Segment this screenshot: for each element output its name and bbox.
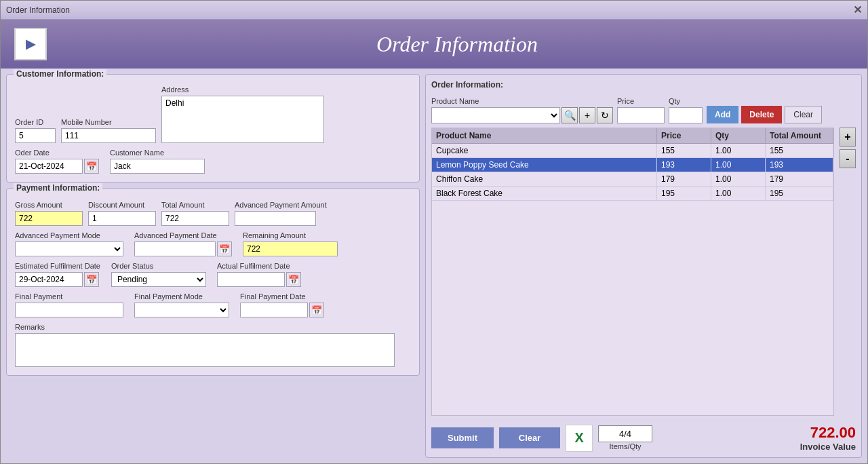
oder-date-cal-btn[interactable]: 📅	[84, 159, 99, 174]
excel-export-button[interactable]: X	[566, 425, 593, 452]
final-payment-group: Final Payment	[15, 292, 123, 317]
adv-mode-group: Advanced Payment Mode Cash Card UPI	[15, 231, 123, 256]
customer-row1: Order ID Mobile Number Address Delhi	[15, 85, 411, 143]
customer-name-label: Customer Name	[110, 149, 205, 157]
clear-top-button[interactable]: Clear	[785, 106, 822, 123]
order-status-select[interactable]: Pending Confirmed Delivered Cancelled	[111, 272, 206, 287]
gross-amount-input[interactable]	[15, 211, 83, 226]
gross-amount-label: Gross Amount	[15, 201, 83, 209]
order-id-input[interactable]	[15, 128, 56, 143]
total-amount-input[interactable]	[161, 211, 229, 226]
product-name-group: Product Name 🔍 + ↻	[431, 97, 613, 123]
excel-icon: X	[574, 430, 583, 446]
final-payment-input[interactable]	[15, 303, 123, 317]
actual-date-field: 📅	[217, 272, 301, 287]
final-date-cal-btn[interactable]: 📅	[309, 303, 324, 317]
invoice-label: Invoice Value	[800, 442, 856, 452]
adv-date-input[interactable]	[134, 241, 216, 256]
col-qty: Qty	[711, 128, 766, 143]
main-content: Customer Information: Order ID Mobile Nu…	[1, 69, 867, 463]
mobile-label: Mobile Number	[61, 118, 156, 126]
adv-mode-label: Advanced Payment Mode	[15, 231, 123, 239]
table-area: Product Name Price Qty Total Amount Cupc…	[431, 128, 856, 416]
mobile-input[interactable]	[61, 128, 156, 143]
actual-date-group: Actual Fulfilment Date 📅	[217, 262, 301, 287]
adv-payment-input[interactable]	[235, 211, 316, 226]
product-table: Product Name Price Qty Total Amount Cupc…	[431, 128, 834, 416]
discount-input[interactable]	[88, 211, 156, 226]
adv-date-cal-btn[interactable]: 📅	[217, 241, 232, 256]
actual-date-cal-btn[interactable]: 📅	[286, 272, 301, 287]
est-date-input[interactable]	[15, 272, 83, 287]
customer-row2: Oder Date 📅 Customer Name	[15, 149, 411, 174]
cell-name: Lemon Poppy Seed Cake	[432, 158, 657, 172]
oder-date-input[interactable]	[15, 159, 83, 174]
qty-group: Qty	[669, 97, 703, 123]
col-price: Price	[657, 128, 711, 143]
total-amount-group: Total Amount	[161, 201, 229, 226]
adv-date-group: Advanced Payment Date 📅	[134, 231, 232, 256]
title-bar: Order Information ✕	[1, 1, 867, 20]
order-id-label: Order ID	[15, 118, 56, 126]
main-window: Order Information ✕ ▶ Order Information …	[0, 0, 868, 464]
table-row[interactable]: Lemon Poppy Seed Cake 193 1.00 193	[432, 158, 833, 172]
qty-input[interactable]	[669, 107, 703, 123]
price-label: Price	[617, 97, 665, 105]
add-button[interactable]: Add	[707, 106, 738, 123]
actual-date-label: Actual Fulfilment Date	[217, 262, 301, 270]
submit-button[interactable]: Submit	[431, 427, 494, 448]
product-controls-row: Product Name 🔍 + ↻ Price Qty	[431, 96, 856, 123]
close-button[interactable]: ✕	[853, 3, 862, 16]
table-row[interactable]: Chiffon Cake 179 1.00 179	[432, 172, 833, 187]
cell-total: 155	[766, 144, 833, 157]
discount-group: Discount Amount	[88, 201, 156, 226]
window-title: Order Information	[6, 5, 853, 15]
product-name-label: Product Name	[431, 97, 613, 105]
cell-qty: 1.00	[711, 144, 766, 157]
cell-qty: 1.00	[711, 172, 766, 186]
refresh-icon-btn[interactable]: ↻	[597, 107, 613, 123]
final-mode-label: Final Payment Mode	[134, 292, 229, 301]
cell-name: Chiffon Cake	[432, 172, 657, 186]
cell-total: 179	[766, 172, 833, 186]
adv-date-label: Advanced Payment Date	[134, 231, 232, 239]
payment-row3: Estimated Fulfilment Date 📅 Order Status…	[15, 262, 411, 287]
right-panel: Order Information: Product Name 🔍 + ↻	[425, 74, 862, 458]
remarks-label: Remarks	[15, 323, 395, 331]
payment-section-label: Payment Information:	[14, 183, 102, 193]
address-input[interactable]: Delhi	[161, 96, 324, 143]
price-input[interactable]	[617, 107, 665, 123]
address-group: Address Delhi	[161, 85, 324, 143]
table-row[interactable]: Cupcake 155 1.00 155	[432, 144, 833, 158]
table-row[interactable]: Black Forest Cake 195 1.00 195	[432, 187, 833, 201]
actual-date-input[interactable]	[217, 272, 285, 287]
adv-mode-select[interactable]: Cash Card UPI	[15, 241, 123, 256]
cell-price: 179	[657, 172, 711, 186]
left-panel: Customer Information: Order ID Mobile Nu…	[6, 74, 420, 458]
cell-name: Black Forest Cake	[432, 187, 657, 200]
cell-price: 195	[657, 187, 711, 200]
clear-bottom-button[interactable]: Clear	[499, 427, 560, 448]
adv-payment-group: Advanced Payment Amount	[235, 201, 327, 226]
delete-button[interactable]: Delete	[741, 106, 782, 123]
customer-name-input[interactable]	[110, 159, 205, 174]
remarks-input[interactable]	[15, 333, 395, 367]
cell-total: 193	[766, 158, 833, 172]
est-date-group: Estimated Fulfilment Date 📅	[15, 262, 100, 287]
header-title: Order Information	[60, 32, 854, 57]
est-date-label: Estimated Fulfilment Date	[15, 262, 100, 270]
qty-label: Qty	[669, 97, 703, 105]
final-date-input[interactable]	[240, 303, 308, 317]
remaining-input[interactable]	[243, 241, 338, 256]
bottom-bar: Submit Clear X 4/4 Items/Qty 722.00 Invo…	[431, 420, 856, 452]
est-date-cal-btn[interactable]: 📅	[84, 272, 99, 287]
minus-button[interactable]: -	[840, 149, 856, 168]
product-name-select[interactable]	[431, 107, 560, 123]
add-icon-btn[interactable]: +	[579, 107, 595, 123]
final-date-field: 📅	[240, 303, 324, 317]
final-mode-select[interactable]: Cash Card UPI	[134, 303, 229, 317]
search-icon-btn[interactable]: 🔍	[561, 107, 578, 123]
mobile-group: Mobile Number	[61, 118, 156, 143]
payment-row4: Final Payment Final Payment Mode Cash Ca…	[15, 292, 411, 317]
plus-button[interactable]: +	[840, 128, 856, 147]
